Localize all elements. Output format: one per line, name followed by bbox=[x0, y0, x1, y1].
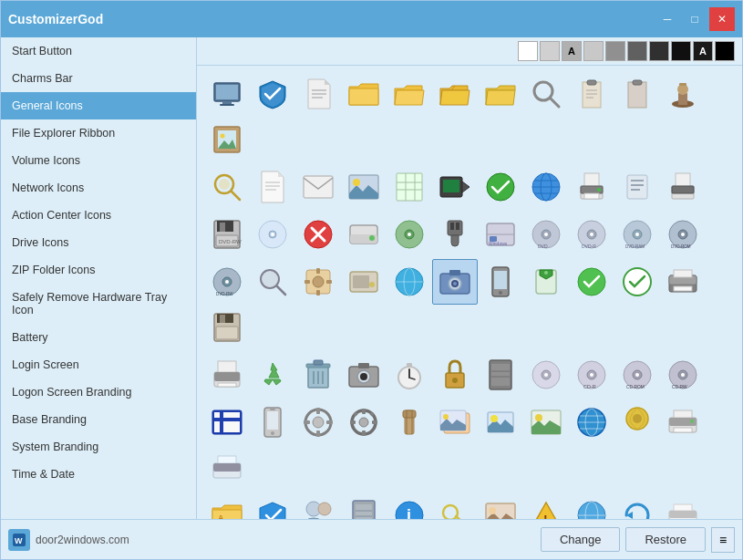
icon-tools[interactable] bbox=[387, 399, 432, 445]
swatch-black[interactable] bbox=[715, 41, 735, 61]
icon-recycle[interactable] bbox=[250, 352, 295, 398]
icon-gear3[interactable] bbox=[341, 399, 387, 445]
sidebar-item-safely-remove[interactable]: Safely Remove Hardware Tray Icon bbox=[1, 284, 196, 324]
icon-camera2[interactable] bbox=[341, 352, 387, 398]
icon-search[interactable] bbox=[523, 71, 569, 117]
minimize-button[interactable]: ─ bbox=[655, 7, 680, 31]
swatch-black-a[interactable]: A bbox=[693, 41, 713, 61]
icon-printer3[interactable] bbox=[204, 352, 250, 398]
icon-print-queue[interactable] bbox=[660, 259, 706, 305]
icon-check-circle[interactable] bbox=[569, 259, 614, 305]
icon-picture[interactable] bbox=[204, 399, 250, 445]
icon-computer[interactable] bbox=[204, 71, 250, 117]
icon-globe4[interactable] bbox=[569, 493, 614, 519]
icon-warning[interactable]: ! bbox=[523, 493, 569, 519]
sidebar-item-drive-icons[interactable]: Drive Icons bbox=[1, 229, 196, 256]
sidebar-item-start-button[interactable]: Start Button bbox=[1, 37, 196, 65]
icon-spreadsheet[interactable] bbox=[387, 164, 432, 210]
icon-dvd[interactable]: DVD bbox=[523, 212, 569, 257]
swatch-mid-gray-a[interactable]: A bbox=[562, 41, 582, 61]
swatch-gray[interactable] bbox=[605, 41, 625, 61]
icon-floppy2[interactable] bbox=[204, 305, 250, 350]
icon-chess-piece[interactable] bbox=[660, 71, 706, 117]
icon-page[interactable] bbox=[250, 164, 295, 210]
icon-globe2[interactable] bbox=[387, 259, 432, 305]
icon-email[interactable] bbox=[295, 164, 341, 210]
icon-cd-rw[interactable]: CD-RW bbox=[660, 352, 706, 398]
icon-lock[interactable] bbox=[432, 352, 478, 398]
icon-cd-rom[interactable]: CD-ROM bbox=[614, 352, 660, 398]
icon-photos2[interactable] bbox=[478, 399, 523, 445]
icon-printer6[interactable] bbox=[660, 493, 706, 519]
icon-checkmark[interactable] bbox=[478, 164, 523, 210]
icon-hard-drive[interactable] bbox=[341, 259, 387, 305]
swatch-dark-gray[interactable] bbox=[627, 41, 647, 61]
icon-cd3[interactable] bbox=[523, 352, 569, 398]
icon-clipboard[interactable] bbox=[569, 71, 614, 117]
sidebar-item-logon-screen-branding[interactable]: Logon Screen Branding bbox=[1, 379, 196, 406]
menu-button[interactable]: ≡ bbox=[711, 527, 735, 553]
icon-magnify-gray[interactable] bbox=[250, 259, 295, 305]
swatch-white[interactable] bbox=[518, 41, 538, 61]
sidebar-item-network-icons[interactable]: Network Icons bbox=[1, 174, 196, 202]
icon-folder-open[interactable] bbox=[387, 71, 432, 117]
icon-folder-yellow[interactable]: A bbox=[204, 493, 250, 519]
icon-video[interactable] bbox=[432, 164, 478, 210]
icon-cd2[interactable] bbox=[387, 212, 432, 257]
swatch-silver[interactable] bbox=[583, 41, 604, 61]
icon-hard-drive2[interactable] bbox=[478, 352, 523, 398]
sidebar-item-general-icons[interactable]: General Icons bbox=[1, 92, 196, 119]
icon-check-circle2[interactable] bbox=[614, 259, 660, 305]
sidebar-item-volume-icons[interactable]: Volume Icons bbox=[1, 147, 196, 174]
swatch-darker-gray[interactable] bbox=[649, 41, 669, 61]
icon-trash[interactable] bbox=[295, 352, 341, 398]
icon-x-mark[interactable] bbox=[295, 212, 341, 257]
icon-picture-frame[interactable] bbox=[204, 117, 250, 162]
sidebar-item-file-explorer-ribbon[interactable]: File Explorer Ribbon bbox=[1, 119, 196, 147]
icon-badge[interactable] bbox=[523, 259, 569, 305]
icon-location[interactable] bbox=[614, 399, 660, 445]
icon-image2[interactable] bbox=[478, 493, 523, 519]
icon-folder-closed[interactable] bbox=[341, 71, 387, 117]
icon-photos3[interactable] bbox=[523, 399, 569, 445]
sidebar-item-zip-folder-icons[interactable]: ZIP Folder Icons bbox=[1, 256, 196, 284]
sidebar-item-charms-bar[interactable]: Charms Bar bbox=[1, 65, 196, 92]
icon-hdd3[interactable] bbox=[341, 493, 387, 519]
icon-timer[interactable] bbox=[387, 352, 432, 398]
icon-printer4[interactable] bbox=[660, 399, 706, 445]
icon-settings2[interactable] bbox=[295, 259, 341, 305]
restore-button[interactable]: Restore bbox=[625, 527, 706, 552]
icon-shield[interactable] bbox=[250, 71, 295, 117]
icon-document[interactable] bbox=[295, 71, 341, 117]
sidebar-item-battery[interactable]: Battery bbox=[1, 324, 196, 351]
icon-photos[interactable] bbox=[432, 399, 478, 445]
sidebar-item-base-branding[interactable]: Base Branding bbox=[1, 406, 196, 433]
icon-refresh[interactable] bbox=[614, 493, 660, 519]
icon-cd-r[interactable]: CD-R bbox=[569, 352, 614, 398]
icon-clipboard2[interactable] bbox=[614, 71, 660, 117]
sidebar-item-action-center-icons[interactable]: Action Center Icons bbox=[1, 202, 196, 229]
swatch-near-black[interactable] bbox=[671, 41, 691, 61]
icon-globe3[interactable] bbox=[569, 399, 614, 445]
sidebar-item-time-date[interactable]: Time & Date bbox=[1, 461, 196, 488]
sidebar-item-login-screen[interactable]: Login Screen bbox=[1, 351, 196, 379]
icon-dvd-ram[interactable]: DVD-RAM bbox=[614, 212, 660, 257]
sidebar-item-system-branding[interactable]: System Branding bbox=[1, 433, 196, 461]
icon-search2[interactable] bbox=[204, 164, 250, 210]
icon-key[interactable] bbox=[432, 493, 478, 519]
icon-dvd-rw[interactable]: DVD-RW bbox=[204, 259, 250, 305]
icon-camera-selected[interactable] bbox=[432, 259, 478, 305]
icon-dvd-rom[interactable]: DVD-ROM bbox=[660, 212, 706, 257]
swatch-light-gray[interactable] bbox=[540, 41, 560, 61]
maximize-button[interactable]: □ bbox=[682, 7, 707, 31]
close-button[interactable]: ✕ bbox=[709, 7, 735, 31]
icon-printer[interactable] bbox=[569, 164, 614, 210]
icon-info[interactable]: i bbox=[387, 493, 432, 519]
icon-phone2[interactable] bbox=[250, 399, 295, 445]
change-button[interactable]: Change bbox=[541, 527, 621, 552]
icon-floppy-disk[interactable]: DVD-RW bbox=[204, 212, 250, 257]
icon-phone[interactable] bbox=[478, 259, 523, 305]
icon-printer5[interactable] bbox=[204, 445, 250, 491]
icon-plug[interactable] bbox=[432, 212, 478, 257]
icon-folder-open2[interactable] bbox=[432, 71, 478, 117]
